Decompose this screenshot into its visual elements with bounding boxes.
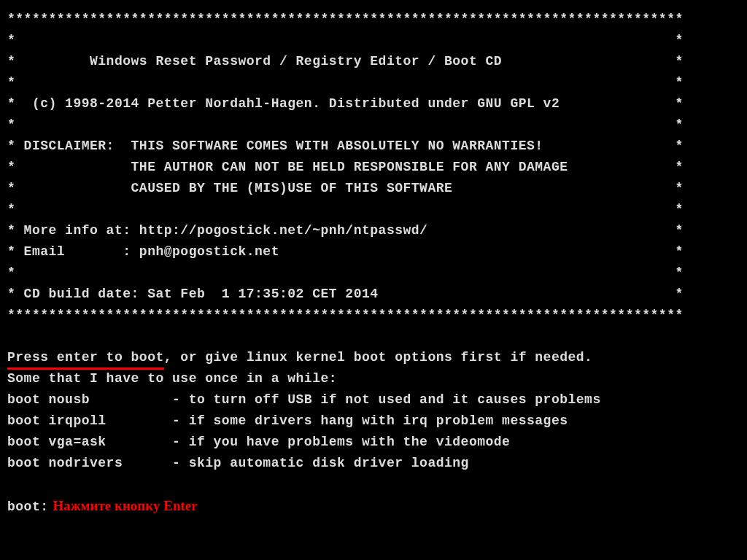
banner-more-info: * More info at: http://pogostick.net/~pn… bbox=[7, 220, 740, 241]
spacer bbox=[7, 326, 740, 347]
banner-blank: * * bbox=[7, 30, 740, 51]
banner-blank: * * bbox=[7, 72, 740, 93]
press-enter-rest: , or give linux kernel boot options firs… bbox=[164, 350, 593, 365]
banner-copyright: * (c) 1998-2014 Petter Nordahl-Hagen. Di… bbox=[7, 93, 740, 114]
banner-title: * Windows Reset Password / Registry Edit… bbox=[7, 51, 740, 72]
option-vga: boot vga=ask - if you have problems with… bbox=[7, 432, 740, 453]
banner-border-top: ****************************************… bbox=[7, 9, 740, 30]
banner-disclaimer-l3: * CAUSED BY THE (MIS)USE OF THIS SOFTWAR… bbox=[7, 178, 740, 199]
banner-disclaimer-l2: * THE AUTHOR CAN NOT BE HELD RESPONSIBLE… bbox=[7, 157, 740, 178]
banner-blank: * * bbox=[7, 199, 740, 220]
boot-prompt[interactable]: boot:Нажмите кнопку Enter bbox=[7, 495, 740, 516]
banner-build-date: * CD build date: Sat Feb 1 17:35:02 CET … bbox=[7, 284, 740, 305]
banner-border-bottom: ****************************************… bbox=[7, 305, 740, 326]
boot-instructions: Press enter to boot, or give linux kerne… bbox=[7, 347, 740, 474]
option-nodrivers: boot nodrivers - skip automatic disk dri… bbox=[7, 453, 740, 474]
option-irqpoll: boot irqpoll - if some drivers hang with… bbox=[7, 411, 740, 432]
boot-prompt-label: boot: bbox=[7, 499, 49, 514]
annotation-text: Нажмите кнопку Enter bbox=[53, 495, 198, 516]
boot-banner: ****************************************… bbox=[7, 9, 740, 326]
option-nousb: boot nousb - to turn off USB if not used… bbox=[7, 389, 740, 411]
banner-email: * Email : pnh@pogostick.net * bbox=[7, 241, 740, 262]
banner-disclaimer-l1: * DISCLAIMER: THIS SOFTWARE COMES WITH A… bbox=[7, 136, 740, 157]
instructions-intro: Some that I have to use once in a while: bbox=[7, 368, 740, 389]
banner-blank: * * bbox=[7, 262, 740, 284]
press-enter-line: Press enter to boot, or give linux kerne… bbox=[7, 347, 740, 368]
press-enter-highlight: Press enter to boot bbox=[7, 347, 164, 368]
banner-blank: * * bbox=[7, 114, 740, 136]
